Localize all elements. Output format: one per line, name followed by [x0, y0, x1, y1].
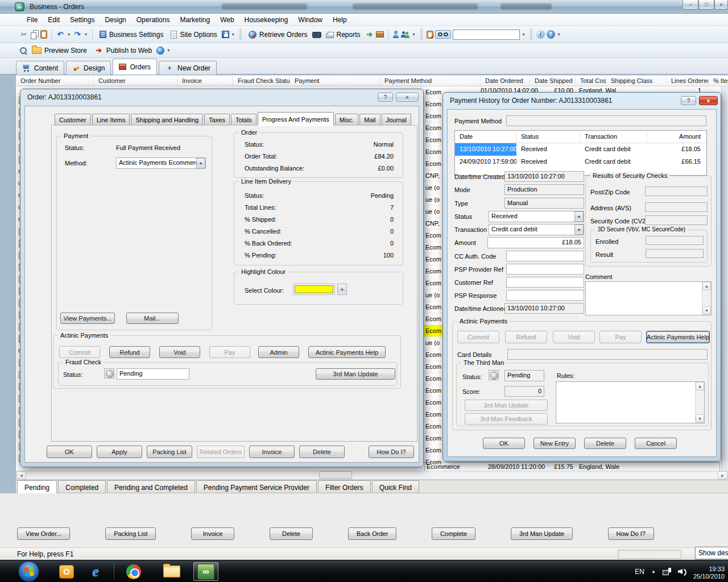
actinic-payments-help-button[interactable]: Actinic Payments Help — [646, 331, 710, 343]
order-row[interactable]: Ecom — [424, 230, 442, 242]
scroll-thumb[interactable] — [319, 471, 352, 479]
users-dropdown-icon[interactable]: ▾ — [412, 32, 416, 37]
order-row[interactable]: Ecom — [424, 86, 442, 98]
menu-item[interactable]: Help — [328, 14, 352, 26]
order-row[interactable]: Ecom — [424, 253, 442, 265]
actinic-payments-help-button[interactable]: Actinic Payments Help — [308, 346, 386, 358]
copy-icon[interactable] — [30, 30, 39, 39]
order-row[interactable]: Ecom — [424, 444, 442, 456]
column-amount[interactable]: Amount — [647, 131, 706, 143]
workspace-button[interactable]: View Order... — [17, 527, 70, 540]
scroll-down-icon[interactable]: ▼ — [702, 306, 711, 315]
third-man-update-button[interactable]: 3rd Man Update — [465, 400, 548, 411]
column-header[interactable]: Invoice — [177, 76, 233, 86]
fraud-status-field[interactable]: Pending — [117, 368, 189, 380]
order-row[interactable]: Ecom — [424, 397, 442, 409]
save-dropdown-icon[interactable]: ▾ — [231, 32, 235, 37]
tab-quick-find[interactable]: Quick Find — [372, 480, 419, 493]
column-header[interactable]: Total Cost — [576, 76, 606, 86]
cc-auth-code-field[interactable] — [506, 251, 584, 261]
menu-item[interactable]: Edit — [43, 14, 65, 26]
transaction-combo[interactable]: Credit card debit — [489, 224, 584, 235]
delete-button[interactable]: Delete — [299, 446, 345, 458]
order-row[interactable]: Ecom — [424, 277, 442, 289]
workspace-button[interactable]: Complete — [432, 527, 475, 540]
site-options-button[interactable]: Site Options — [168, 30, 220, 40]
taskbar-outlook-icon[interactable]: O — [54, 562, 79, 581]
payment-method-combo[interactable]: Actinic Payments Ecommerce — [116, 157, 206, 169]
menu-item[interactable]: Marketing — [175, 14, 215, 26]
tab-pending-psp[interactable]: Pending Payment Service Provider — [196, 480, 317, 493]
column-header[interactable]: Lines Ordered — [667, 76, 709, 86]
taskbar-ie-icon[interactable]: e — [83, 562, 108, 581]
order-row[interactable]: Ecom — [424, 361, 442, 373]
transaction-combo-arrow[interactable]: ▼ — [574, 225, 584, 235]
menu-item[interactable]: Settings — [65, 14, 100, 26]
order-row[interactable]: Ecom — [424, 265, 442, 277]
order-row[interactable]: Ecom — [424, 242, 442, 253]
column-status[interactable]: Status — [516, 131, 580, 143]
redo-dropdown-icon[interactable]: ▾ — [84, 32, 88, 37]
publish-to-web-button[interactable]: ➔Publish to Web — [92, 45, 155, 56]
order-row[interactable]: Ecom — [424, 301, 442, 313]
language-indicator[interactable]: EN — [635, 568, 644, 576]
menu-item[interactable]: Operations — [131, 14, 175, 26]
third-man-feedback-button[interactable]: 3rd Man Feedback — [465, 413, 548, 425]
scroll-right-button[interactable]: ► — [718, 471, 727, 479]
scroll-up-icon[interactable]: ▲ — [702, 282, 711, 290]
network-icon[interactable] — [663, 568, 671, 575]
customer-icon[interactable] — [392, 31, 399, 38]
comment-scrollbar[interactable]: ▲ ▼ — [702, 282, 711, 315]
volume-icon[interactable] — [678, 568, 686, 575]
order-dialog-tab[interactable]: Shipping and Handling — [131, 114, 203, 125]
task-list-icon[interactable]: ✓ — [427, 31, 433, 39]
preview-store-button[interactable]: Preview Store — [29, 45, 90, 56]
order-dialog-tab[interactable]: Progress And Payments — [258, 112, 334, 126]
order-row[interactable]: Ecom — [424, 433, 442, 444]
business-settings-button[interactable]: Business Settings — [97, 30, 166, 40]
order-row[interactable]: ue (o — [424, 206, 442, 218]
column-header[interactable]: Date Ordered — [481, 76, 530, 86]
column-header[interactable]: % Item — [709, 76, 728, 86]
workspace-button[interactable]: How Do I? — [608, 527, 654, 540]
psp-provider-ref-field[interactable] — [506, 264, 584, 275]
horizontal-scrollbar[interactable]: ◄ ► — [16, 471, 728, 480]
payment-history-row[interactable]: 13/10/2010 10:27:00ReceivedCredit card d… — [455, 143, 706, 156]
taskbar-explorer-icon[interactable] — [159, 562, 184, 581]
rules-textarea[interactable]: ▲ ▼ — [556, 381, 705, 423]
how-do-i-button[interactable]: How Do I? — [369, 446, 414, 458]
order-row[interactable]: ue (o — [424, 194, 442, 206]
order-dialog-tab[interactable]: Line Items — [92, 114, 130, 125]
ok-button[interactable]: OK — [483, 438, 525, 449]
comment-textarea[interactable]: ▲ ▼ — [585, 281, 712, 315]
order-dialog-help-button[interactable]: ? — [378, 93, 393, 102]
void-button[interactable]: Void — [553, 331, 595, 343]
tab-design[interactable]: Design — [66, 61, 111, 74]
order-row[interactable]: Ecom — [424, 134, 442, 146]
tab-pending[interactable]: Pending — [17, 480, 57, 493]
order-row[interactable]: Ecom — [424, 313, 442, 325]
refund-button[interactable]: Refund — [505, 331, 547, 343]
close-button[interactable]: × — [714, 0, 728, 10]
order-row[interactable]: Ecom — [424, 421, 442, 433]
payment-dialog-close-button[interactable]: × — [699, 96, 718, 105]
order-row[interactable]: ue (o — [424, 182, 442, 194]
order-row[interactable]: Ecom — [424, 122, 442, 134]
invoice-button[interactable]: Invoice — [249, 446, 295, 458]
order-row[interactable]: Ecom — [424, 158, 442, 170]
export-icon[interactable]: ➔ — [365, 30, 374, 39]
customer-ref-field[interactable] — [506, 277, 584, 288]
taskbar-chrome-icon[interactable] — [121, 562, 146, 581]
info-icon[interactable]: i — [536, 30, 545, 39]
colour-swatch-field[interactable] — [293, 284, 335, 295]
paste-icon[interactable] — [40, 30, 47, 39]
order-row[interactable]: Ecom — [424, 373, 442, 385]
view-glasses-toggle[interactable] — [435, 30, 451, 39]
preview-icon[interactable] — [19, 47, 27, 55]
order-dialog-tab[interactable]: Journal — [382, 114, 411, 125]
scroll-left-button[interactable]: ◄ — [16, 471, 26, 479]
menu-item[interactable]: Housekeeping — [239, 14, 293, 26]
tab-filter-orders[interactable]: Filter Orders — [318, 480, 371, 493]
binoculars-icon[interactable] — [312, 32, 321, 38]
workspace-button[interactable]: Packing List — [105, 527, 156, 540]
